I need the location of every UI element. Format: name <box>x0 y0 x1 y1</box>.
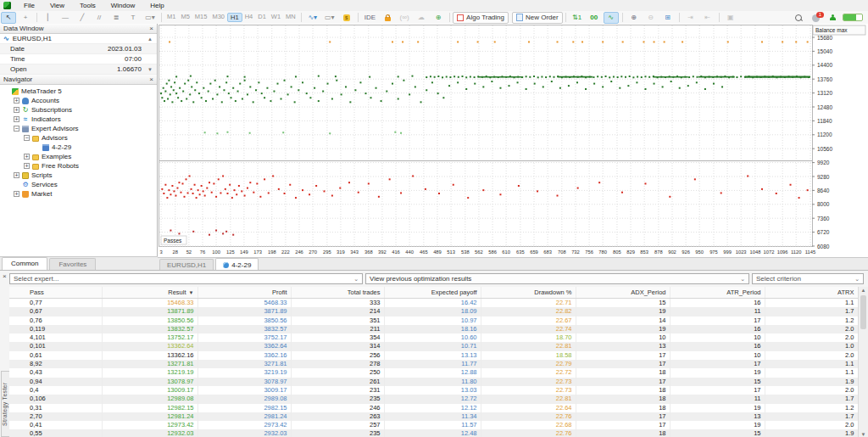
tile-windows-button[interactable]: ⊞ <box>660 12 676 24</box>
scroll-up-icon[interactable]: ▲ <box>147 36 153 42</box>
table-scrollbar[interactable]: ▲ ▼ <box>858 287 868 437</box>
search-button[interactable] <box>791 12 806 24</box>
tree-item-advisors[interactable]: −Advisors <box>0 133 157 143</box>
column-header-expected-payoff[interactable]: Expected payoff <box>384 287 481 299</box>
scroll-up-icon[interactable]: ▲ <box>859 288 868 293</box>
tree-item-examples[interactable]: +Examples <box>0 152 157 161</box>
tree-item-expert-advisors[interactable]: −Expert Advisors <box>0 124 157 133</box>
result-row-0-43[interactable]: 0,4313219.193219.1925012.8822.7218191.1 <box>9 368 858 377</box>
timeframe-m1-button[interactable]: M1 <box>164 13 178 22</box>
timeframe-h4-button[interactable]: H4 <box>242 13 256 22</box>
trendline-tool-button[interactable]: ╱ <box>75 12 90 24</box>
camera-button[interactable]: ▣ <box>723 12 738 24</box>
cloud-button[interactable]: ☁ <box>414 12 429 24</box>
scroll-down-icon[interactable]: ▼ <box>147 67 153 72</box>
tab-4-2-29[interactable]: 4-2-29 <box>215 258 259 271</box>
expand-icon[interactable]: + <box>14 116 19 122</box>
timeframe-m30-button[interactable]: M30 <box>209 13 227 22</box>
step-forward-button[interactable]: ⇥ <box>683 12 698 24</box>
ide-button[interactable]: IDE <box>362 12 378 24</box>
equidistant-tool-button[interactable]: ≣ <box>108 12 124 24</box>
vertical-line-tool-button[interactable]: ⎢ <box>41 12 56 24</box>
expand-icon[interactable]: + <box>14 172 19 178</box>
tree-item-scripts[interactable]: +Scripts <box>0 171 157 180</box>
step-back-button[interactable]: ⇤ <box>700 12 715 24</box>
timeframe-m15-button[interactable]: M15 <box>192 13 210 22</box>
select-criterion-combo[interactable]: Select criterion⌄ <box>752 273 864 284</box>
select-expert-combo[interactable]: Select expert...⌄ <box>9 273 363 284</box>
column-header-pass[interactable]: Pass <box>9 287 102 299</box>
column-header-adx-period[interactable]: ADX_Period <box>576 287 670 299</box>
close-icon[interactable]: × <box>149 25 153 32</box>
result-row-0-55[interactable]: 0,5512932.032932.0323512.4822.7618151.9 <box>9 429 858 437</box>
result-row-0-31[interactable]: 0,3112982.152982.1524612.1222.6418191.2 <box>9 404 858 412</box>
tree-item-metatrader-5[interactable]: MetaTrader 5 <box>0 87 157 96</box>
text-tool-button[interactable]: T <box>125 12 141 24</box>
menu-tools[interactable]: Tools <box>72 2 103 9</box>
collapse-icon[interactable]: − <box>24 135 30 141</box>
zoom-out-button[interactable]: ⊖ <box>643 12 659 24</box>
result-row-0-67[interactable]: 0,6713871.893871.8921418.0922.8219111.7 <box>9 307 858 316</box>
column-header-atrx[interactable]: ATRX <box>765 287 858 299</box>
zoom-in-button[interactable]: ⊕ <box>626 12 642 24</box>
optimization-chart[interactable]: 1568015040144001376013120124801184011200… <box>158 24 868 257</box>
sort-passes-button[interactable]: ⇅1 <box>570 12 585 24</box>
close-icon[interactable]: × <box>3 273 7 280</box>
result-row-0-106[interactable]: 0,10612989.082989.0823512.7222.8118111.7 <box>9 395 858 403</box>
scrollbar-thumb[interactable] <box>860 295 866 329</box>
timeframe-h1-button[interactable]: H1 <box>227 13 242 22</box>
shapes-dropdown-button[interactable]: ▭▾ <box>142 12 158 24</box>
collapse-icon[interactable]: − <box>14 126 19 132</box>
result-row-0-61[interactable]: 0,6113362.163362.1625613.1318.5817102.0 <box>9 351 858 360</box>
result-row-2-70[interactable]: 2,7012981.242981.2426311.3422.7617131.7 <box>9 412 858 421</box>
expand-icon[interactable]: + <box>24 163 30 169</box>
community-globe-button[interactable]: ⊕ <box>431 12 446 24</box>
new-order-button[interactable]: New Order <box>512 12 563 24</box>
column-header-drawdown-[interactable]: Drawdown % <box>481 287 576 299</box>
expand-icon[interactable]: + <box>14 98 19 104</box>
result-row-0-41[interactable]: 0,4112973.422973.4225711.5722.6817192.0 <box>9 421 858 429</box>
timeframe-m5-button[interactable]: M5 <box>178 13 192 22</box>
menu-help[interactable]: Help <box>142 2 171 9</box>
result-row-0-101[interactable]: 0,10113362.643362.6431410.7122.8113161.0 <box>9 342 858 350</box>
channel-tool-button[interactable]: // <box>92 12 107 24</box>
tree-item-free-robots[interactable]: +Free Robots <box>0 161 157 171</box>
crosshair-tool-button[interactable]: + <box>18 12 33 24</box>
column-header-result[interactable]: Result▼ <box>102 287 198 299</box>
community-user-button[interactable] <box>825 12 840 24</box>
data-window-symbol-row[interactable]: ∿ EURUSD,H1 ▲ <box>0 34 157 44</box>
expand-icon[interactable]: + <box>24 154 30 160</box>
result-row-8-92[interactable]: 8,9213271.813271.8127811.7722.7917171.1 <box>9 360 858 368</box>
deposit-icon-button[interactable]: $ <box>339 12 354 24</box>
result-row-0-119[interactable]: 0,11913832.573832.5721118.1622.7419162.0 <box>9 325 858 333</box>
tree-item-4-2-29[interactable]: 4-2-29 <box>0 143 157 152</box>
tree-item-accounts[interactable]: +Accounts <box>0 96 157 105</box>
menu-file[interactable]: File <box>16 2 42 9</box>
zero-values-button[interactable]: 00 <box>587 12 602 24</box>
menu-view[interactable]: View <box>42 2 72 9</box>
expand-icon[interactable]: + <box>14 107 19 113</box>
timeframe-w1-button[interactable]: W1 <box>269 13 283 22</box>
expand-icon[interactable]: + <box>14 191 19 197</box>
timeframe-d1-button[interactable]: D1 <box>255 13 269 22</box>
tree-item-services[interactable]: ⚙Services <box>0 180 157 189</box>
notifications-button[interactable]: 1 <box>808 12 823 23</box>
data-window-titlebar[interactable]: Data Window × <box>0 24 157 34</box>
tab-favorites[interactable]: Favorites <box>49 258 96 270</box>
scroll-down-icon[interactable]: ▼ <box>859 432 868 437</box>
tree-item-market[interactable]: +Market <box>0 189 157 199</box>
column-header-atr-period[interactable]: ATR_Period <box>670 287 765 299</box>
result-row-4-101[interactable]: 4,10113752.173752.1735410.6018.7010102.0 <box>9 333 858 342</box>
tree-item-indicators[interactable]: +≈Indicators <box>0 115 157 124</box>
result-row-0-76[interactable]: 0,7613850.563850.5635110.9722.6714171.2 <box>9 317 858 325</box>
result-row-0-4[interactable]: 0,413009.173009.1723113.0322.7318172.0 <box>9 386 858 395</box>
lock-button[interactable] <box>380 12 395 24</box>
window-template-dropdown-button[interactable]: ▭▾ <box>322 12 337 24</box>
horizontal-line-tool-button[interactable]: ― <box>58 12 73 24</box>
optimization-graph-button[interactable]: ∿ <box>604 12 619 24</box>
algo-trading-button[interactable]: Algo Trading <box>453 12 509 24</box>
chart-type-dropdown-button[interactable]: ∿▾ <box>305 12 320 24</box>
navigator-titlebar[interactable]: Navigator × <box>0 75 157 85</box>
result-row-0-77[interactable]: 0,7715468.335468.3333316.4222.7115161.1 <box>9 299 858 308</box>
tab-eurusd-h1[interactable]: EURUSD,H1 <box>159 259 214 271</box>
